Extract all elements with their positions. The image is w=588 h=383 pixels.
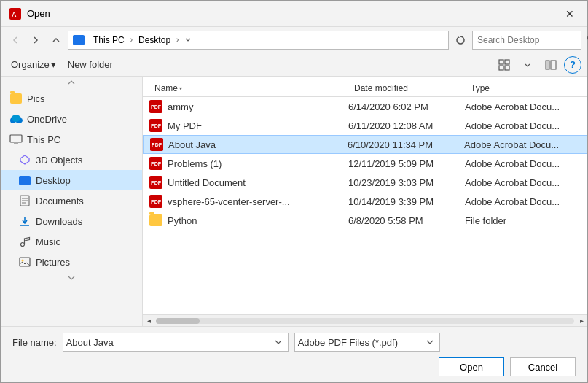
pdf-file-icon: PDF: [149, 118, 163, 133]
music-icon: [18, 235, 31, 248]
sidebar-item-label: Downloads: [36, 216, 82, 227]
table-row[interactable]: PDF Problems (1) 12/11/2019 5:09 PM Adob…: [143, 154, 587, 173]
sidebar-item-downloads[interactable]: Downloads: [1, 211, 142, 231]
view-grid-button[interactable]: [494, 56, 514, 74]
filename-label: File name:: [12, 337, 57, 348]
sidebar-item-label: 3D Objects: [36, 155, 82, 166]
file-list: PDF ammy 6/14/2020 6:02 PM Adobe Acrobat…: [143, 97, 587, 314]
sidebar-item-label: Documents: [36, 196, 84, 206]
buttons-row: Open Cancel: [12, 357, 576, 376]
file-type: Adobe Acrobat Docu...: [465, 120, 581, 131]
file-name: My PDF: [168, 120, 348, 131]
file-date: 6/14/2020 6:02 PM: [348, 101, 465, 112]
file-date: 10/14/2019 3:39 PM: [348, 196, 465, 207]
organize-button[interactable]: Organize ▾: [7, 58, 60, 71]
sidebar-item-onedrive[interactable]: OneDrive: [1, 109, 142, 129]
file-name: ammy: [168, 101, 348, 112]
horizontal-scrollbar[interactable]: ◂ ▸: [143, 314, 587, 326]
svg-point-11: [12, 115, 20, 122]
file-type: Adobe Acrobat Docu...: [465, 196, 581, 207]
folder-icon: [73, 35, 85, 45]
svg-rect-5: [499, 66, 503, 70]
open-dialog: A Open ✕ This PC › Desktop ›: [0, 0, 588, 383]
pdf-file-icon: PDF: [149, 194, 163, 209]
filename-input-wrapper[interactable]: About Java: [63, 333, 289, 352]
sidebar-item-desktop[interactable]: Desktop: [1, 170, 142, 190]
pics-icon: [9, 92, 23, 105]
sidebar: Pics OneDrive This PC 3: [1, 77, 143, 326]
table-row[interactable]: PDF ammy 6/14/2020 6:02 PM Adobe Acrobat…: [143, 97, 587, 116]
sidebar-item-3dobjects[interactable]: 3D Objects: [1, 150, 142, 170]
view-pane-button[interactable]: [541, 56, 561, 74]
svg-rect-8: [551, 61, 556, 69]
col-header-date[interactable]: Date modified: [348, 80, 465, 96]
search-box: [472, 31, 581, 50]
documents-icon: [18, 194, 31, 207]
sidebar-item-thispc[interactable]: This PC: [1, 129, 142, 150]
table-row[interactable]: PDF My PDF 6/11/2020 12:08 AM Adobe Acro…: [143, 116, 587, 135]
help-button[interactable]: ?: [564, 56, 581, 74]
refresh-button[interactable]: [452, 31, 469, 49]
table-row[interactable]: Python 6/8/2020 5:58 PM File folder: [143, 211, 587, 230]
onedrive-icon: [9, 112, 23, 125]
search-input[interactable]: [477, 35, 587, 45]
pdf-file-icon: PDF: [149, 137, 164, 152]
new-folder-button[interactable]: New folder: [63, 58, 117, 71]
file-type: Adobe Acrobat Docu...: [464, 139, 581, 150]
sidebar-item-label: This PC: [27, 134, 60, 145]
svg-rect-4: [505, 60, 509, 64]
file-name: Problems (1): [168, 158, 348, 169]
downloads-icon: [18, 214, 31, 228]
filename-dropdown-button[interactable]: [272, 334, 285, 350]
sidebar-scroll-up[interactable]: [1, 80, 142, 88]
address-bar[interactable]: This PC › Desktop ›: [68, 31, 449, 50]
svg-rect-3: [499, 60, 503, 64]
sidebar-item-documents[interactable]: Documents: [1, 190, 142, 211]
filename-row: File name: About Java Adobe PDF Files (*…: [12, 333, 576, 352]
view-dropdown-button[interactable]: [517, 56, 538, 74]
table-row[interactable]: PDF About Java 6/10/2020 11:34 PM Adobe …: [143, 135, 587, 154]
sidebar-item-pictures[interactable]: Pictures: [1, 252, 142, 272]
sidebar-item-music[interactable]: Music: [1, 231, 142, 252]
forward-button[interactable]: [27, 31, 44, 49]
up-button[interactable]: [47, 31, 65, 49]
file-type: Adobe Acrobat Docu...: [465, 158, 581, 169]
dialog-title: Open: [27, 8, 561, 19]
file-type: Adobe Acrobat Docu...: [465, 101, 581, 112]
pdf-file-icon: PDF: [149, 175, 163, 190]
scroll-right-button[interactable]: ▸: [576, 315, 587, 327]
main-area: Pics OneDrive This PC 3: [1, 77, 587, 326]
filetype-wrapper[interactable]: Adobe PDF Files (*.pdf): [294, 333, 440, 352]
sidebar-item-label: Pics: [27, 93, 45, 104]
svg-point-21: [21, 243, 25, 247]
file-type: Adobe Acrobat Docu...: [465, 177, 581, 188]
cancel-button[interactable]: Cancel: [510, 357, 576, 376]
scroll-left-button[interactable]: ◂: [143, 315, 154, 327]
desktop-icon: [18, 174, 31, 187]
svg-text:A: A: [12, 11, 17, 18]
address-this-pc[interactable]: This PC: [90, 34, 128, 47]
address-desktop[interactable]: Desktop: [136, 34, 173, 47]
scroll-thumb[interactable]: [156, 318, 200, 324]
svg-rect-14: [12, 144, 20, 144]
title-bar: A Open ✕: [1, 1, 587, 27]
sidebar-item-pics[interactable]: Pics: [1, 88, 142, 109]
file-name: vsphere-65-vcenter-server-...: [168, 196, 348, 207]
sidebar-scroll-down[interactable]: [1, 275, 142, 284]
close-button[interactable]: ✕: [561, 5, 579, 23]
file-name: Python: [168, 215, 348, 226]
table-row[interactable]: PDF Untitled Document 10/23/2019 3:03 PM…: [143, 173, 587, 192]
table-row[interactable]: PDF vsphere-65-vcenter-server-... 10/14/…: [143, 192, 587, 211]
sidebar-item-label: Music: [36, 236, 60, 247]
file-header: Name ▾ Date modified Type: [143, 77, 587, 97]
col-header-name[interactable]: Name ▾: [149, 80, 348, 96]
file-area: Name ▾ Date modified Type PDF ammy 6/14/…: [143, 77, 587, 326]
address-dropdown-icon[interactable]: [184, 35, 192, 45]
open-button[interactable]: Open: [439, 357, 504, 376]
file-name: Untitled Document: [168, 177, 348, 188]
col-header-type[interactable]: Type: [465, 80, 581, 96]
sidebar-item-label: OneDrive: [27, 114, 67, 125]
svg-rect-6: [505, 66, 509, 70]
filetype-dropdown-button[interactable]: [423, 334, 436, 350]
back-button[interactable]: [7, 31, 24, 49]
